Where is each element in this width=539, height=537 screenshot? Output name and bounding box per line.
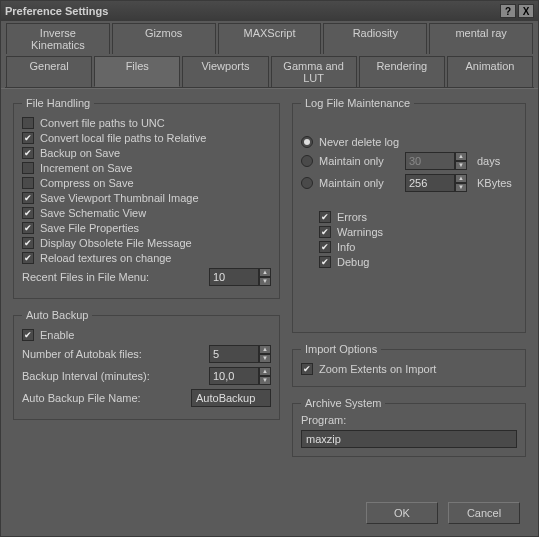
tab-viewports[interactable]: Viewports xyxy=(182,56,268,87)
lbl-log-radio-2: Maintain only xyxy=(319,177,399,189)
radio-log-1[interactable] xyxy=(301,155,313,167)
chk-fh-2[interactable] xyxy=(22,147,34,159)
tab-gizmos[interactable]: Gizmos xyxy=(112,23,216,54)
chk-fh-6[interactable] xyxy=(22,207,34,219)
lbl-fh-1: Convert local file paths to Relative xyxy=(40,132,206,144)
spin-down[interactable]: ▼ xyxy=(455,161,467,170)
spin-down[interactable]: ▼ xyxy=(259,376,271,385)
legend-archive-system: Archive System xyxy=(301,397,385,409)
chk-fh-1[interactable] xyxy=(22,132,34,144)
chk-fh-0[interactable] xyxy=(22,117,34,129)
footer: OK Cancel xyxy=(1,492,538,536)
lbl-enable-autobackup: Enable xyxy=(40,329,74,341)
tab-animation[interactable]: Animation xyxy=(447,56,533,87)
close-button[interactable]: X xyxy=(518,4,534,18)
legend-import-options: Import Options xyxy=(301,343,381,355)
lbl-log-radio-0: Never delete log xyxy=(319,136,399,148)
spin-up[interactable]: ▲ xyxy=(455,152,467,161)
tab-inverse-kinematics[interactable]: Inverse Kinematics xyxy=(6,23,110,54)
recent-files-label: Recent Files in File Menu: xyxy=(22,271,203,283)
autobackup-name-input[interactable] xyxy=(191,389,271,407)
lbl-fh-9: Reload textures on change xyxy=(40,252,171,264)
titlebar: Preference Settings ? X xyxy=(1,1,538,21)
lbl-zoom-extents: Zoom Extents on Import xyxy=(319,363,436,375)
content-area: File Handling Convert file paths to UNCC… xyxy=(1,88,538,492)
chk-fh-4[interactable] xyxy=(22,177,34,189)
backup-interval-input[interactable] xyxy=(209,367,259,385)
input-log-1[interactable] xyxy=(405,152,455,170)
preferences-window: Preference Settings ? X Inverse Kinemati… xyxy=(0,0,539,537)
group-archive-system: Archive System Program: xyxy=(292,403,526,457)
legend-file-handling: File Handling xyxy=(22,97,94,109)
lbl-fh-6: Save Schematic View xyxy=(40,207,146,219)
recent-files-input[interactable] xyxy=(209,268,259,286)
cancel-button[interactable]: Cancel xyxy=(448,502,520,524)
lbl-fh-0: Convert file paths to UNC xyxy=(40,117,165,129)
group-auto-backup: Auto Backup Enable Number of Autobak fil… xyxy=(13,315,280,420)
legend-auto-backup: Auto Backup xyxy=(22,309,92,321)
chk-fh-3[interactable] xyxy=(22,162,34,174)
spinner-log-1[interactable]: ▲▼ xyxy=(405,152,467,170)
chk-fh-8[interactable] xyxy=(22,237,34,249)
spin-down[interactable]: ▼ xyxy=(259,354,271,363)
chk-log-warnings[interactable] xyxy=(319,226,331,238)
chk-log-debug[interactable] xyxy=(319,256,331,268)
tab-row-2: GeneralFilesViewportsGamma and LUTRender… xyxy=(1,54,538,87)
chk-fh-7[interactable] xyxy=(22,222,34,234)
lbl-log-radio-1: Maintain only xyxy=(319,155,399,167)
spin-down[interactable]: ▼ xyxy=(455,183,467,192)
lbl-log-warnings: Warnings xyxy=(337,226,383,238)
autobak-num-input[interactable] xyxy=(209,345,259,363)
tab-rendering[interactable]: Rendering xyxy=(359,56,445,87)
lbl-log-info: Info xyxy=(337,241,355,253)
radio-log-0[interactable] xyxy=(301,136,313,148)
chk-fh-5[interactable] xyxy=(22,192,34,204)
tab-maxscript[interactable]: MAXScript xyxy=(218,23,322,54)
tab-gamma-and-lut[interactable]: Gamma and LUT xyxy=(271,56,357,87)
lbl-fh-8: Display Obsolete File Message xyxy=(40,237,192,249)
unit-log-1: days xyxy=(477,155,517,167)
group-import-options: Import Options Zoom Extents on Import xyxy=(292,349,526,387)
chk-log-info[interactable] xyxy=(319,241,331,253)
spin-up[interactable]: ▲ xyxy=(259,268,271,277)
spin-down[interactable]: ▼ xyxy=(259,277,271,286)
recent-files-spinner[interactable]: ▲▼ xyxy=(209,268,271,286)
autobak-num-spinner[interactable]: ▲▼ xyxy=(209,345,271,363)
lbl-fh-2: Backup on Save xyxy=(40,147,120,159)
radio-log-2[interactable] xyxy=(301,177,313,189)
lbl-program: Program: xyxy=(301,414,517,426)
chk-fh-9[interactable] xyxy=(22,252,34,264)
chk-log-errors[interactable] xyxy=(319,211,331,223)
lbl-fh-7: Save File Properties xyxy=(40,222,139,234)
group-file-handling: File Handling Convert file paths to UNCC… xyxy=(13,103,280,299)
program-input[interactable] xyxy=(301,430,517,448)
ok-button[interactable]: OK xyxy=(366,502,438,524)
unit-log-2: KBytes xyxy=(477,177,517,189)
lbl-log-errors: Errors xyxy=(337,211,367,223)
lbl-fh-3: Increment on Save xyxy=(40,162,132,174)
lbl-backup-interval: Backup Interval (minutes): xyxy=(22,370,203,382)
lbl-log-debug: Debug xyxy=(337,256,369,268)
lbl-autobak-num: Number of Autobak files: xyxy=(22,348,203,360)
help-button[interactable]: ? xyxy=(500,4,516,18)
input-log-2[interactable] xyxy=(405,174,455,192)
tab-radiosity[interactable]: Radiosity xyxy=(323,23,427,54)
spin-up[interactable]: ▲ xyxy=(455,174,467,183)
tab-row-1: Inverse KinematicsGizmosMAXScriptRadiosi… xyxy=(1,21,538,54)
lbl-fh-5: Save Viewport Thumbnail Image xyxy=(40,192,199,204)
lbl-fh-4: Compress on Save xyxy=(40,177,134,189)
window-title: Preference Settings xyxy=(5,5,498,17)
lbl-autobackup-name: Auto Backup File Name: xyxy=(22,392,185,404)
tab-general[interactable]: General xyxy=(6,56,92,87)
spin-up[interactable]: ▲ xyxy=(259,345,271,354)
backup-interval-spinner[interactable]: ▲▼ xyxy=(209,367,271,385)
group-log-maintenance: Log File Maintenance Never delete logMai… xyxy=(292,103,526,333)
chk-enable-autobackup[interactable] xyxy=(22,329,34,341)
spinner-log-2[interactable]: ▲▼ xyxy=(405,174,467,192)
tab-mental-ray[interactable]: mental ray xyxy=(429,23,533,54)
chk-zoom-extents[interactable] xyxy=(301,363,313,375)
spin-up[interactable]: ▲ xyxy=(259,367,271,376)
legend-log-maintenance: Log File Maintenance xyxy=(301,97,414,109)
tab-files[interactable]: Files xyxy=(94,56,180,87)
